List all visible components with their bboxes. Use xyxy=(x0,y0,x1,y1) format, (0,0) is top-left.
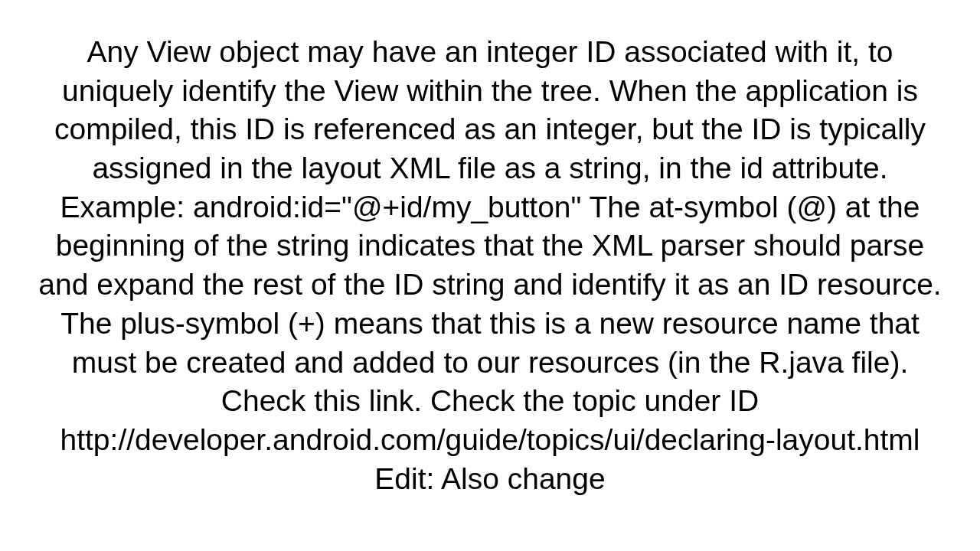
body-paragraph: Any View object may have an integer ID a… xyxy=(34,30,946,498)
document-page: Any View object may have an integer ID a… xyxy=(0,0,980,551)
